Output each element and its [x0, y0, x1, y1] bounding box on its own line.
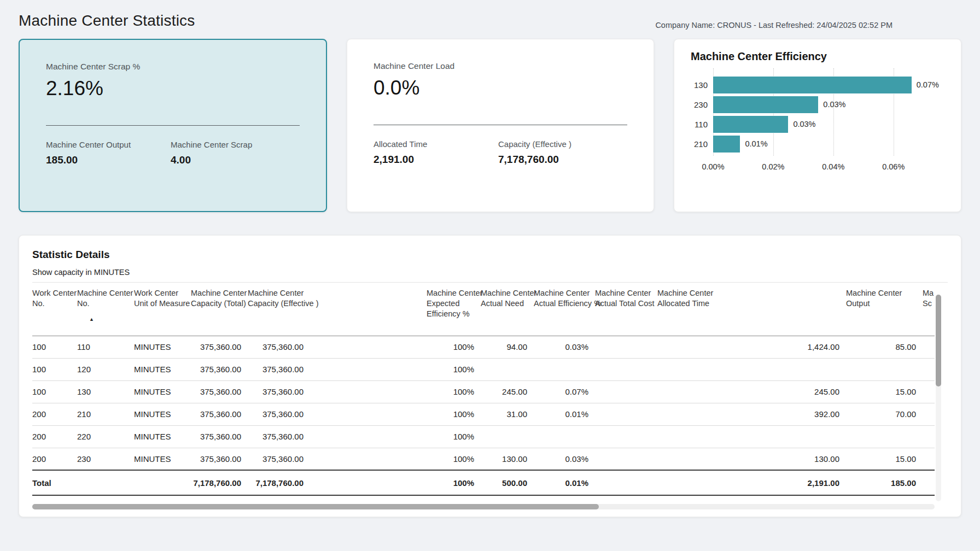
kpi-card-machine-center-load[interactable]: Machine Center Load 0.0% Allocated Time …: [347, 39, 654, 212]
table-header-row: Work CenterNo.Machine CenterNo.▲Work Cen…: [32, 284, 935, 336]
column-header-text: Expected: [427, 299, 459, 308]
table-cell: MINUTES: [134, 448, 191, 470]
table-row[interactable]: 100120MINUTES375,360.00375,360.00100%: [32, 358, 935, 380]
table-cell: 375,360.00: [248, 336, 427, 358]
table-cell: 100: [32, 380, 77, 403]
kpi-value: 2.16%: [46, 77, 300, 100]
table-cell: 392.00: [657, 403, 846, 425]
table-cell: 2,191.00: [657, 470, 846, 495]
horizontal-scrollbar[interactable]: [32, 504, 935, 509]
divider: [46, 125, 300, 126]
table-cell: [595, 336, 657, 358]
detail-label: Allocated Time: [374, 139, 498, 149]
efficiency-bar[interactable]: [713, 96, 818, 113]
column-header-text: Machine Center: [248, 289, 304, 297]
column-header[interactable]: Machine CenterNo.▲: [77, 284, 134, 336]
column-header-text: Machine Center: [191, 289, 247, 297]
bar-value-label: 0.07%: [917, 77, 939, 93]
table-row[interactable]: 200230MINUTES375,360.00375,360.00100%130…: [32, 448, 935, 470]
statistic-details-card: Statistic Details Show capacity in MINUT…: [19, 235, 961, 517]
table-cell: Total: [32, 470, 77, 495]
column-header[interactable]: Work CenterNo.: [32, 284, 77, 336]
table-total-row: Total7,178,760.007,178,760.00100%500.000…: [32, 470, 935, 495]
table-cell: 0.07%: [534, 380, 595, 403]
kpi-detail: Machine Center Output 185.00: [46, 140, 171, 166]
column-header-text: Machine Center: [77, 289, 133, 297]
efficiency-bar[interactable]: [713, 136, 740, 153]
efficiency-bar[interactable]: [713, 77, 912, 93]
table-row[interactable]: 100110MINUTES375,360.00375,360.00100%94.…: [32, 336, 935, 358]
column-header-text: Work Center: [134, 289, 178, 297]
table-cell: 7,178,760.00: [191, 470, 248, 495]
bar-area: 0.03%: [713, 96, 943, 113]
table-cell: 245.00: [657, 380, 846, 403]
table-cell: [534, 358, 595, 380]
statistics-table: Work CenterNo.Machine CenterNo.▲Work Cen…: [32, 284, 935, 496]
column-header[interactable]: Machine CenterCapacity (Effective ): [248, 284, 427, 336]
column-header-text: No.: [77, 299, 90, 308]
horizontal-scrollbar-thumb[interactable]: [32, 504, 599, 509]
vertical-scrollbar[interactable]: [936, 295, 941, 501]
table-cell: 100%: [427, 336, 481, 358]
table-row[interactable]: 200220MINUTES375,360.00375,360.00100%: [32, 425, 935, 448]
table-cell: 200: [32, 425, 77, 448]
page-header: Machine Center Statistics Company Name: …: [19, 0, 961, 32]
table-cell: 70.00: [846, 403, 923, 425]
column-header[interactable]: Machine CenterActual Efficiency %: [534, 284, 595, 336]
category-label: 130: [691, 80, 713, 90]
kpi-label: Machine Center Load: [374, 61, 627, 71]
column-header[interactable]: Machine CenterActual Total Cost: [595, 284, 657, 336]
divider: [374, 125, 627, 125]
table-cell: 85.00: [846, 336, 923, 358]
column-header[interactable]: Machine CenterCapacity (Total): [191, 284, 248, 336]
detail-label: Machine Center Output: [46, 140, 171, 149]
table-cell: 375,360.00: [248, 403, 427, 425]
table-row[interactable]: 200210MINUTES375,360.00375,360.00100%31.…: [32, 403, 935, 425]
table-cell: 110: [77, 336, 134, 358]
column-header[interactable]: Machine CenterOutput: [846, 284, 923, 336]
table-cell: MINUTES: [134, 403, 191, 425]
column-header[interactable]: Machine CenterExpectedEfficiency %: [427, 284, 481, 336]
vertical-scrollbar-thumb[interactable]: [936, 295, 941, 386]
column-header[interactable]: Work CenterUnit of Measure: [134, 284, 191, 336]
table-row[interactable]: 100130MINUTES375,360.00375,360.00100%245…: [32, 380, 935, 403]
table-cell: 100%: [427, 358, 481, 380]
kpi-card-machine-center-scrap[interactable]: Machine Center Scrap % 2.16% Machine Cen…: [19, 39, 327, 212]
table-cell: 100%: [427, 403, 481, 425]
bar-value-label: 0.03%: [823, 96, 845, 113]
bar-value-label: 0.01%: [745, 136, 767, 153]
table-cell: 220: [77, 425, 134, 448]
category-label: 110: [691, 120, 713, 129]
company-refresh-info: Company Name: CRONUS - Last Refreshed: 2…: [655, 21, 892, 30]
table-cell: 185.00: [846, 470, 923, 495]
column-header[interactable]: Machine CenterActual Need: [481, 284, 534, 336]
machine-center-efficiency-chart-card: Machine Center Efficiency 1300.07%2300.0…: [674, 39, 961, 212]
column-header-text: Machine Center: [427, 289, 482, 297]
table-cell: 31.00: [481, 403, 534, 425]
table-cell: [534, 425, 595, 448]
table-cell: [595, 470, 657, 495]
bar-area: 0.01%: [713, 136, 943, 153]
bar-area: 0.07%: [713, 77, 943, 93]
table-cell: 130.00: [657, 448, 846, 470]
table-cell: 375,360.00: [248, 425, 427, 448]
table-cell: 0.03%: [534, 448, 595, 470]
column-header[interactable]: MaSc: [923, 284, 935, 336]
efficiency-bar[interactable]: [713, 116, 788, 133]
column-header-text: Ma: [923, 289, 934, 297]
table-cell: 15.00: [846, 448, 923, 470]
column-header[interactable]: Machine CenterAllocated Time: [657, 284, 846, 336]
table-cell: 100%: [427, 380, 481, 403]
bar-value-label: 0.03%: [793, 116, 815, 133]
kpi-detail: Capacity (Effective ) 7,178,760.00: [498, 139, 627, 166]
table-cell: [657, 425, 846, 448]
column-header-text: Machine Center: [846, 289, 902, 297]
chart-title: Machine Center Efficiency: [691, 50, 944, 63]
table-cell: MINUTES: [134, 358, 191, 380]
table-cell: [923, 403, 935, 425]
column-header-text: Efficiency %: [427, 309, 470, 318]
detail-label: Machine Center Scrap: [171, 140, 300, 149]
x-tick-label: 0.00%: [702, 162, 724, 171]
x-tick-label: 0.04%: [822, 162, 844, 171]
details-title: Statistic Details: [32, 249, 961, 261]
